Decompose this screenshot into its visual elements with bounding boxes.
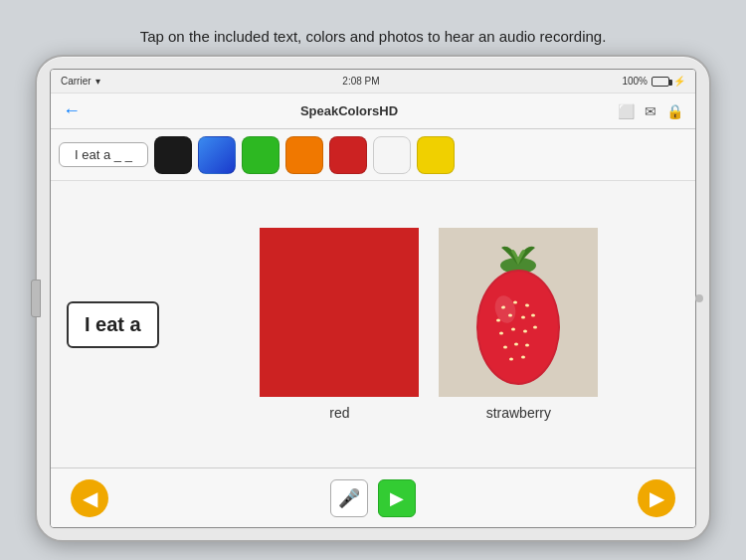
color-label: red: [329, 405, 349, 421]
swatch-red[interactable]: [329, 136, 367, 174]
nav-title: SpeakColorsHD: [300, 103, 398, 118]
center-controls: 🎤 ▶: [330, 479, 416, 517]
mic-icon: 🎤: [338, 487, 360, 509]
wifi-icon: ▾: [95, 76, 100, 87]
plug-icon: ⚡: [673, 76, 685, 87]
svg-point-17: [525, 344, 529, 347]
status-bar: Carrier ▾ 2:08 PM 100% ⚡: [51, 70, 695, 93]
fruit-label: strawberry: [486, 405, 551, 421]
swatch-black[interactable]: [154, 136, 192, 174]
images-area: red: [179, 228, 679, 421]
main-content: I eat a red: [51, 181, 695, 467]
fruit-item: strawberry: [439, 228, 598, 421]
swatch-blue[interactable]: [198, 136, 236, 174]
status-time: 2:08 PM: [342, 76, 379, 87]
nav-icons: ⬜ ✉ 🔒: [618, 103, 683, 119]
svg-point-5: [513, 301, 517, 304]
back-arrow-button[interactable]: ◀: [71, 479, 108, 517]
swatch-green[interactable]: [242, 136, 280, 174]
ipad-screen: Carrier ▾ 2:08 PM 100% ⚡ ← SpeakColorsHD…: [50, 69, 696, 528]
right-dot: [695, 294, 703, 302]
status-left: Carrier ▾: [61, 76, 100, 87]
red-color-block[interactable]: [260, 228, 419, 397]
svg-point-9: [521, 316, 525, 319]
svg-point-12: [511, 328, 515, 331]
text-swatch[interactable]: I eat a _ _: [59, 142, 148, 167]
device-wrapper: Carrier ▾ 2:08 PM 100% ⚡ ← SpeakColorsHD…: [35, 55, 711, 542]
svg-point-18: [509, 358, 513, 361]
swatch-orange[interactable]: [285, 136, 323, 174]
play-icon: ▶: [390, 487, 404, 509]
battery-icon: [652, 77, 669, 87]
svg-point-19: [521, 356, 525, 359]
back-arrow-icon: ◀: [83, 486, 97, 510]
play-button[interactable]: ▶: [378, 479, 416, 517]
eat-a-label[interactable]: I eat a: [67, 301, 159, 348]
forward-arrow-icon: ▶: [650, 486, 664, 510]
monitor-icon[interactable]: ⬜: [618, 103, 635, 119]
svg-point-3: [478, 272, 558, 383]
carrier-label: Carrier: [61, 76, 92, 87]
svg-point-11: [499, 332, 503, 335]
nav-bar: ← SpeakColorsHD ⬜ ✉ 🔒: [51, 93, 695, 129]
swatch-white[interactable]: [373, 136, 411, 174]
svg-point-16: [514, 343, 518, 346]
swatches-bar: I eat a _ _: [51, 129, 695, 181]
mic-button[interactable]: 🎤: [330, 479, 368, 517]
instruction-text: Tap on the included text, colors and pho…: [0, 18, 746, 55]
status-right: 100% ⚡: [622, 76, 685, 87]
left-button: [31, 280, 41, 317]
svg-point-13: [523, 330, 527, 333]
bottom-toolbar: ◀ 🎤 ▶ ▶: [51, 467, 695, 527]
swatch-yellow[interactable]: [417, 136, 455, 174]
lock-icon[interactable]: 🔒: [666, 103, 683, 119]
svg-point-10: [531, 314, 535, 317]
battery-percent: 100%: [622, 76, 648, 87]
svg-point-14: [533, 326, 537, 329]
back-button[interactable]: ←: [63, 100, 81, 121]
svg-point-15: [503, 346, 507, 349]
mail-icon[interactable]: ✉: [645, 103, 656, 119]
strawberry-image[interactable]: [439, 228, 598, 397]
forward-arrow-button[interactable]: ▶: [638, 479, 675, 517]
color-item: red: [260, 228, 419, 421]
